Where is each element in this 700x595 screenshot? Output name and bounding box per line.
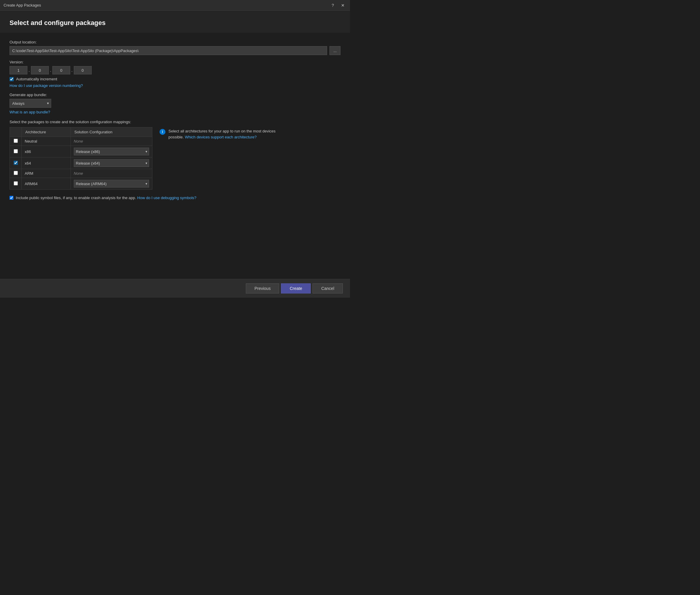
config-x64: Release (x64) Debug (x64) bbox=[70, 158, 152, 169]
symbol-checkbox[interactable] bbox=[9, 196, 13, 200]
packages-label: Select the packages to create and the so… bbox=[9, 120, 341, 124]
title-bar: Create App Packages ? ✕ bbox=[0, 0, 350, 11]
table-row: x64 Release (x64) Debug (x64) bbox=[10, 158, 152, 169]
output-label: Output location: bbox=[9, 40, 341, 44]
version-dot-2: . bbox=[50, 68, 51, 73]
previous-button[interactable]: Previous bbox=[246, 283, 279, 293]
bundle-label: Generate app bundle: bbox=[9, 92, 341, 97]
symbol-row: Include public symbol files, if any, to … bbox=[9, 196, 341, 200]
config-x86: Release (x86) Debug (x86) bbox=[70, 146, 152, 158]
version-v3[interactable] bbox=[52, 66, 70, 75]
version-v2[interactable] bbox=[31, 66, 49, 75]
dialog-body: Output location: ... Version: . . . Auto… bbox=[0, 33, 350, 207]
config-arm64: Release (ARM64) Debug (ARM64) bbox=[70, 178, 152, 190]
checkbox-cell bbox=[10, 146, 22, 158]
config-arm: None bbox=[70, 169, 152, 178]
architecture-link[interactable]: Which devices support each architecture? bbox=[185, 135, 257, 139]
arch-x64: x64 bbox=[22, 158, 71, 169]
info-text: Select all architectures for your app to… bbox=[169, 128, 285, 140]
table-row: ARM64 Release (ARM64) Debug (ARM64) bbox=[10, 178, 152, 190]
version-dot-3: . bbox=[71, 68, 72, 73]
arch-arm: ARM bbox=[22, 169, 71, 178]
arch-x86: x86 bbox=[22, 146, 71, 158]
debugging-symbols-link[interactable]: How do I use debugging symbols? bbox=[137, 196, 197, 200]
arch-checkbox-x86[interactable] bbox=[14, 149, 18, 153]
col-solution-config: Solution Configuration bbox=[70, 128, 152, 137]
auto-increment-row: Automatically increment bbox=[9, 77, 341, 81]
bundle-link[interactable]: What is an app bundle? bbox=[9, 110, 50, 114]
bundle-select[interactable]: Always As needed Never bbox=[9, 99, 51, 108]
version-v1[interactable] bbox=[9, 66, 27, 75]
dialog-footer: Previous Create Cancel bbox=[0, 279, 350, 298]
col-architecture: Architecture bbox=[22, 128, 71, 137]
dialog-title: Create App Packages bbox=[4, 3, 41, 7]
info-icon: i bbox=[159, 129, 166, 135]
checkbox-cell bbox=[10, 158, 22, 169]
packages-area: Architecture Solution Configuration Neut… bbox=[9, 127, 341, 190]
bundle-section: Generate app bundle: Always As needed Ne… bbox=[9, 92, 341, 114]
config-select-arm64[interactable]: Release (ARM64) Debug (ARM64) bbox=[74, 180, 149, 188]
config-select-x86[interactable]: Release (x86) Debug (x86) bbox=[74, 148, 149, 155]
output-row: ... bbox=[9, 46, 341, 55]
arch-checkbox-arm64[interactable] bbox=[14, 181, 18, 186]
cancel-button[interactable]: Cancel bbox=[313, 283, 343, 293]
arch-checkbox-neutral[interactable] bbox=[14, 139, 18, 143]
version-v4[interactable] bbox=[74, 66, 92, 75]
browse-button[interactable]: ... bbox=[329, 46, 341, 55]
version-label: Version: bbox=[9, 60, 341, 64]
col-checkbox bbox=[10, 128, 22, 137]
config-select-wrapper-x64: Release (x64) Debug (x64) bbox=[74, 159, 149, 167]
table-row: x86 Release (x86) Debug (x86) bbox=[10, 146, 152, 158]
arch-checkbox-arm[interactable] bbox=[14, 171, 18, 175]
bundle-select-row: Always As needed Never bbox=[9, 99, 341, 108]
arch-neutral: Neutral bbox=[22, 137, 71, 146]
output-input[interactable] bbox=[9, 46, 327, 55]
page-title: Select and configure packages bbox=[9, 19, 341, 27]
create-button[interactable]: Create bbox=[281, 283, 311, 293]
table-row: ARM None bbox=[10, 169, 152, 178]
bundle-select-wrapper: Always As needed Never bbox=[9, 99, 51, 108]
packages-table: Architecture Solution Configuration Neut… bbox=[9, 127, 152, 190]
config-select-x64[interactable]: Release (x64) Debug (x64) bbox=[74, 159, 149, 167]
title-bar-controls: ? ✕ bbox=[330, 2, 346, 8]
checkbox-cell bbox=[10, 169, 22, 178]
table-row: Neutral None bbox=[10, 137, 152, 146]
auto-increment-checkbox[interactable] bbox=[9, 77, 14, 81]
version-section: Version: . . . Automatically increment H… bbox=[9, 60, 341, 88]
config-select-wrapper-x86: Release (x86) Debug (x86) bbox=[74, 148, 149, 155]
table-header-row: Architecture Solution Configuration bbox=[10, 128, 152, 137]
checkbox-cell bbox=[10, 178, 22, 190]
arch-checkbox-x64[interactable] bbox=[14, 161, 18, 165]
auto-increment-label[interactable]: Automatically increment bbox=[16, 77, 57, 81]
help-button[interactable]: ? bbox=[330, 2, 336, 8]
version-link[interactable]: How do I use package version numbering? bbox=[9, 83, 83, 88]
close-button[interactable]: ✕ bbox=[339, 2, 346, 8]
info-box: i Select all architectures for your app … bbox=[159, 127, 285, 140]
version-dot-1: . bbox=[29, 68, 30, 73]
config-select-wrapper-arm64: Release (ARM64) Debug (ARM64) bbox=[74, 180, 149, 188]
version-inputs: . . . bbox=[9, 66, 341, 75]
arch-arm64: ARM64 bbox=[22, 178, 71, 190]
config-neutral: None bbox=[70, 137, 152, 146]
checkbox-cell bbox=[10, 137, 22, 146]
dialog-header: Select and configure packages bbox=[0, 11, 350, 33]
symbol-label[interactable]: Include public symbol files, if any, to … bbox=[16, 196, 197, 200]
